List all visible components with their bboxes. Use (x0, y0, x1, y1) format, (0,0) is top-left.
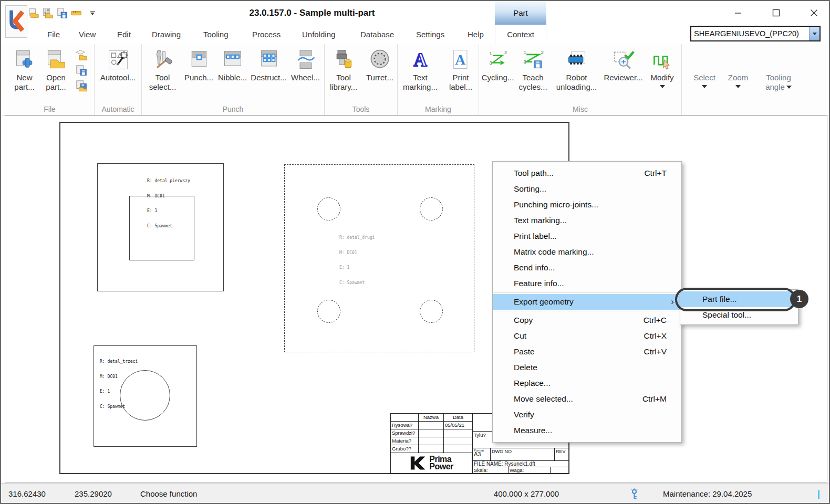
status-tick (818, 490, 819, 499)
tooling-angle-dropdown-arrow[interactable] (786, 86, 792, 89)
title-block-cell (418, 445, 444, 453)
context-menu-item-feature-info[interactable]: Feature info... (493, 276, 681, 291)
reviewer-icon (612, 47, 635, 73)
title-block-cell (418, 421, 444, 429)
context-menu-item-export-geometry[interactable]: Export geometry› (493, 294, 681, 310)
group-label-automatic: Automatic (95, 105, 141, 113)
tooling-angle-button[interactable]: Tooling angle (756, 47, 801, 115)
context-menu-item-text-marking[interactable]: Text marking... (493, 213, 681, 228)
dropdown-arrow-icon[interactable] (809, 27, 819, 40)
title-block-waga: Waga: (508, 467, 551, 474)
machine-selector-value: SHEARGENIUSEVO_(PPC20) (691, 29, 809, 38)
customize-toolbar-icon[interactable] (88, 8, 97, 18)
select-dropdown-arrow[interactable] (702, 85, 707, 88)
context-menu-item-verify[interactable]: Verify (493, 407, 681, 423)
title-block-row-label: Grubo?? (390, 445, 419, 453)
title-block-cell (443, 429, 473, 437)
ribbon-group-marking: A Text marking... A Print label... Marki… (398, 44, 479, 115)
svg-text:A: A (413, 50, 427, 70)
menu-separator (494, 311, 680, 311)
maximize-button[interactable] (768, 5, 784, 20)
save-icon[interactable] (56, 7, 68, 19)
app-window: 23.0.157.0 - Sample multi-part Part File… (0, 0, 830, 504)
menu-separator (494, 292, 680, 293)
context-menu-item-sorting[interactable]: Sorting... (493, 181, 681, 197)
title-block-format: Format A3 (472, 448, 491, 461)
part-second-hole[interactable] (317, 300, 340, 323)
tab-context[interactable]: Context (495, 25, 546, 44)
minimize-button[interactable] (730, 5, 746, 20)
tab-part[interactable]: Part (495, 1, 546, 25)
autotool-icon (107, 47, 130, 73)
menu-view[interactable]: View (79, 25, 96, 44)
prima-power-logo-icon (409, 455, 427, 471)
title-block-cell (443, 437, 473, 445)
quick-access-toolbar (27, 7, 97, 19)
svg-text:2: 2 (504, 50, 506, 55)
context-menu-item-replace[interactable]: Replace... (493, 375, 681, 391)
cursor-x-coordinate: 316.62430 (8, 484, 46, 504)
annotation-highlight-ring (675, 288, 796, 311)
context-menu-item-move-selected[interactable]: Move selected...Ctrl+M (493, 391, 681, 407)
open-drawing-icon[interactable] (42, 7, 54, 19)
context-menu-item-paste[interactable]: PasteCtrl+V (493, 344, 681, 360)
context-menu-item-tool-path[interactable]: Tool path...Ctrl+T (493, 165, 681, 181)
menu-help[interactable]: Help (468, 25, 484, 44)
context-menu-item-cut[interactable]: CutCtrl+X (493, 328, 681, 344)
license-key-icon (630, 488, 639, 502)
part-third-annotation: R: detal_trzeci M: DC01 E: 1 C: Spawmet (100, 349, 138, 419)
context-menu-item-measure[interactable]: Measure... (493, 423, 681, 438)
destruct-icon (257, 47, 281, 73)
part-second-annotation: R: detal_drugi M: DC01 E: 1 C: Spawmet (339, 225, 375, 295)
new-part-icon (13, 47, 36, 73)
context-menu-item-matrix-code-marking[interactable]: Matrix code marking... (493, 244, 681, 260)
save-part-as-icon[interactable] (75, 79, 88, 92)
title-block-row-label: Sprawdzi? (390, 429, 419, 437)
context-menu-item-bend-info[interactable]: Bend info... (493, 260, 681, 276)
app-logo[interactable] (5, 5, 27, 38)
part-second-hole[interactable] (420, 197, 443, 220)
part-second-outline[interactable] (284, 164, 474, 352)
close-button[interactable] (806, 5, 822, 20)
zoom-button[interactable]: Zoom (723, 47, 753, 115)
title-block-cell (443, 445, 473, 453)
title-block-cell (418, 429, 444, 437)
modify-dropdown-arrow[interactable] (660, 85, 665, 88)
svg-text:1: 1 (489, 51, 492, 56)
part-first-annotation: R: detal_pierwszy M: DC01 E: 1 C: Spawme… (147, 169, 190, 238)
open-file-icon[interactable] (27, 7, 40, 19)
context-menu-item-copy[interactable]: CopyCtrl+C (493, 312, 681, 328)
select-button[interactable]: Select (689, 47, 720, 115)
save-part-icon[interactable] (75, 64, 88, 77)
context-menu-item-print-label[interactable]: Print label... (493, 228, 681, 244)
title-block-cell (390, 413, 419, 422)
part-second-hole[interactable] (420, 300, 443, 323)
context-menu-item-delete[interactable]: Delete (493, 360, 681, 375)
open-part-icon (45, 47, 68, 73)
measure-ruler-icon[interactable] (70, 7, 82, 19)
menu-edit[interactable]: Edit (117, 25, 131, 44)
machine-selector-dropdown[interactable]: SHEARGENIUSEVO_(PPC20) (690, 26, 821, 41)
menu-process[interactable]: Process (252, 25, 281, 44)
title-block-cell (550, 467, 569, 474)
text-marking-icon: A (409, 47, 432, 73)
menu-settings[interactable]: Settings (416, 25, 444, 44)
zoom-dropdown-arrow[interactable] (735, 85, 741, 88)
menu-database[interactable]: Database (360, 25, 394, 44)
cursor-y-coordinate: 235.29020 (75, 484, 112, 504)
title-block-dwg-no: DWG NO (490, 448, 555, 461)
menu-file[interactable]: File (47, 25, 60, 44)
ribbon-group-punch: Tool select... Punch... Nibble... Destr (142, 44, 325, 115)
nibble-icon (221, 47, 244, 73)
group-label-punch: Punch (142, 105, 324, 113)
part-second-hole[interactable] (317, 197, 340, 220)
ribbon-group-file: New part... Open part... (5, 44, 95, 115)
menu-drawing[interactable]: Drawing (152, 25, 181, 44)
ribbon-group-misc: 123 Cycling... 123 Teach cycles... Robot… (479, 44, 682, 115)
context-menu-item-punching-micro-joints[interactable]: Punching micro-joints... (493, 197, 681, 213)
menu-unfolding[interactable]: Unfolding (302, 25, 335, 44)
turret-icon (368, 47, 391, 73)
import-part-icon[interactable] (75, 48, 88, 62)
group-label-tools: Tools (325, 105, 397, 113)
menu-tooling[interactable]: Tooling (203, 25, 229, 44)
